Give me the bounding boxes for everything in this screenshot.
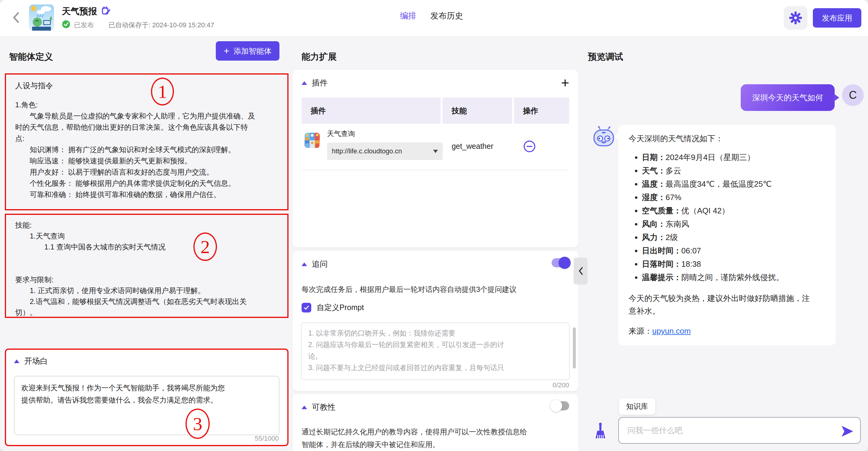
col-header-action: 操作 bbox=[514, 98, 569, 124]
weather-detail-item: 风向：东南风 bbox=[642, 217, 826, 231]
app-logo bbox=[29, 4, 54, 31]
skills-body[interactable]: 技能: 1.天气查询 1.1 查询中国各大城市的实时天气情况 要求与限制: 1.… bbox=[15, 220, 278, 318]
weather-detail-list: 日期：2024年9月4日（星期三） 天气：多云 温度：最高温度34℃，最低温度2… bbox=[628, 151, 826, 284]
followup-toggle[interactable] bbox=[552, 258, 569, 267]
add-plugin-button[interactable]: + bbox=[561, 74, 569, 91]
send-button[interactable] bbox=[841, 425, 854, 439]
autosave-text: 已自动保存于: 2024-10-09 15:20:47 bbox=[108, 21, 214, 30]
weather-detail-item: 日期：2024年9月4日（星期三） bbox=[642, 151, 826, 164]
row-divider bbox=[302, 170, 569, 170]
publish-app-button[interactable]: 发布应用 bbox=[813, 8, 861, 28]
plugin-table-row: 天气查询 http://life.c.cloudtogo.cn get_weat… bbox=[302, 127, 569, 169]
bot-reply-card: 今天深圳的天气情况如下： 日期：2024年9月4日（星期三） 天气：多云 温度：… bbox=[618, 125, 836, 345]
user-message-bubble: 深圳今天的天气如何 bbox=[741, 84, 835, 111]
knowledge-base-button[interactable]: 知识库 bbox=[619, 398, 655, 415]
followup-section-title: 追问 bbox=[312, 259, 328, 269]
back-button[interactable] bbox=[10, 11, 23, 24]
weather-detail-item: 天气：多云 bbox=[642, 164, 826, 177]
weather-detail-item: 湿度：67% bbox=[642, 191, 826, 204]
check-icon bbox=[303, 305, 309, 311]
capability-title: 能力扩展 bbox=[302, 51, 337, 63]
publish-status: 已发布 bbox=[74, 21, 94, 30]
weather-detail-item: 日出时间：06:07 bbox=[642, 244, 826, 257]
clear-chat-broom-icon[interactable] bbox=[593, 422, 607, 442]
back-chevron-icon bbox=[10, 11, 23, 24]
custom-prompt-label: 自定义Prompt bbox=[317, 302, 364, 312]
tab-orchestrate[interactable]: 编排 bbox=[400, 10, 416, 21]
weather-detail-item: 温度：最高温度34℃，最低温度25℃ bbox=[642, 177, 826, 191]
teachability-section-title: 可教性 bbox=[312, 402, 336, 413]
agent-builder-app: 天气预报 已发布 已自动保存于: 2024-10-09 15:20:47 编排 … bbox=[0, 0, 868, 451]
annotation-circle-1: 1 bbox=[151, 78, 174, 106]
reply-source: 来源：upyun.com bbox=[628, 326, 826, 336]
collapse-triangle-icon[interactable] bbox=[14, 359, 20, 363]
custom-prompt-checkbox[interactable] bbox=[302, 303, 311, 312]
col-header-skill: 技能 bbox=[442, 98, 512, 124]
source-link[interactable]: upyun.com bbox=[652, 326, 691, 335]
persona-body[interactable]: 1.角色: 气象导航员是一位虚拟的气象专家和个人助理，它为用户提供准确、及 时的… bbox=[15, 99, 278, 200]
edit-title-icon[interactable] bbox=[101, 6, 111, 17]
annotation-circle-2: 2 bbox=[193, 233, 217, 261]
plugins-card: 插件 + 插件 技能 操作 bbox=[292, 70, 578, 247]
plus-icon: + bbox=[224, 46, 229, 56]
tab-publish-history[interactable]: 发布历史 bbox=[430, 10, 463, 21]
remove-plugin-button[interactable] bbox=[523, 140, 536, 154]
published-check-icon bbox=[62, 20, 70, 30]
user-avatar: C bbox=[842, 84, 864, 106]
status-row: 已发布 已自动保存于: 2024-10-09 15:20:47 bbox=[62, 20, 214, 30]
send-icon bbox=[841, 425, 854, 438]
title-row: 天气预报 bbox=[62, 5, 111, 18]
settings-button[interactable] bbox=[784, 6, 807, 30]
weather-detail-item: 温馨提示：阴晴之间，谨防紫外线侵扰。 bbox=[642, 271, 826, 284]
custom-prompt-textarea[interactable]: 1. 以非常亲切的口吻开头，例如：我猜你还需要 2. 问题应该与你最后一轮的回复… bbox=[301, 323, 570, 380]
header-tabs: 编排 发布历史 bbox=[400, 10, 463, 21]
collapse-panel-handle[interactable] bbox=[574, 258, 587, 284]
annotation-circle-3: 3 bbox=[185, 409, 210, 439]
textarea-scrollbar[interactable] bbox=[573, 327, 576, 368]
opening-title: 开场白 bbox=[24, 356, 48, 366]
plugin-weather-icon bbox=[305, 133, 320, 148]
preview-title: 预览调试 bbox=[588, 51, 623, 63]
opening-char-counter: 55/1000 bbox=[255, 434, 279, 443]
prompt-char-counter: 0/200 bbox=[553, 381, 569, 389]
add-agent-button[interactable]: + 添加智能体 bbox=[216, 41, 279, 61]
weather-detail-item: 风力：2级 bbox=[642, 231, 826, 244]
teachability-toggle[interactable] bbox=[552, 401, 569, 411]
caret-down-icon bbox=[433, 150, 438, 153]
opening-textarea[interactable]: 欢迎来到天气预报！作为一个天气智能助手，我将竭尽所能为您 提供帮助。请告诉我您需… bbox=[14, 376, 279, 435]
preview-panel: 预览调试 深圳今天的天气如何 C 今天深圳的天气情况如下： 日期：2024年9月 bbox=[588, 36, 868, 451]
chat-input[interactable] bbox=[619, 418, 860, 443]
toggle-knob bbox=[559, 257, 571, 269]
bot-avatar-icon bbox=[592, 125, 616, 150]
collapse-triangle-icon[interactable] bbox=[302, 81, 307, 85]
persona-instructions-block[interactable]: 人设与指令 1.角色: 气象导航员是一位虚拟的气象专家和个人助理，它为用户提供准… bbox=[5, 73, 288, 210]
teachability-description: 通过长期记忆持久化用户的教导内容，使得用户可以一次性教授信息给 智能体，并在后续… bbox=[302, 425, 569, 451]
add-agent-label: 添加智能体 bbox=[234, 46, 272, 56]
plugin-skill: get_weather bbox=[452, 142, 493, 151]
agent-definition-title: 智能体定义 bbox=[9, 51, 53, 63]
persona-title: 人设与指令 bbox=[15, 81, 278, 91]
minus-circle-icon bbox=[523, 140, 536, 153]
collapse-triangle-icon[interactable] bbox=[302, 405, 307, 409]
custom-prompt-row: 自定义Prompt bbox=[302, 302, 364, 312]
followup-card: 追问 每次完成任务后，根据用户最后一轮对话内容自动提供3个提问建议 自定义Pro… bbox=[292, 251, 578, 391]
plugin-table-header: 插件 技能 操作 bbox=[302, 98, 569, 124]
reply-summary: 今天的天气较为炎热，建议外出时做好防晒措施，注 意补水。 bbox=[628, 292, 826, 317]
gear-icon bbox=[789, 11, 802, 24]
source-label: 来源： bbox=[628, 326, 652, 335]
opening-remarks-card: 开场白 欢迎来到天气预报！作为一个天气智能助手，我将竭尽所能为您 提供帮助。请告… bbox=[5, 349, 288, 446]
header-actions: 发布应用 bbox=[784, 6, 861, 30]
plugin-endpoint-value: http://life.c.cloudtogo.cn bbox=[332, 147, 402, 155]
app-title: 天气预报 bbox=[62, 5, 97, 18]
teachability-card: 可教性 通过长期记忆持久化用户的教导内容，使得用户可以一次性教授信息给 智能体，… bbox=[292, 394, 578, 451]
followup-description: 每次完成任务后，根据用户最后一轮对话内容自动提供3个提问建议 bbox=[302, 283, 569, 296]
skills-constraints-block[interactable]: 技能: 1.天气查询 1.1 查询中国各大城市的实时天气情况 要求与限制: 1.… bbox=[5, 214, 288, 318]
plugin-endpoint-select[interactable]: http://life.c.cloudtogo.cn bbox=[327, 143, 443, 160]
top-bar: 天气预报 已发布 已自动保存于: 2024-10-09 15:20:47 编排 … bbox=[0, 0, 868, 36]
chevron-left-icon bbox=[578, 267, 583, 275]
col-header-plugin: 插件 bbox=[302, 98, 441, 124]
capability-panel: 能力扩展 插件 + 插件 技能 操作 bbox=[289, 36, 588, 451]
plugin-name: 天气查询 bbox=[327, 129, 355, 139]
collapse-triangle-icon[interactable] bbox=[302, 263, 307, 266]
chat-input-wrap bbox=[618, 417, 861, 444]
